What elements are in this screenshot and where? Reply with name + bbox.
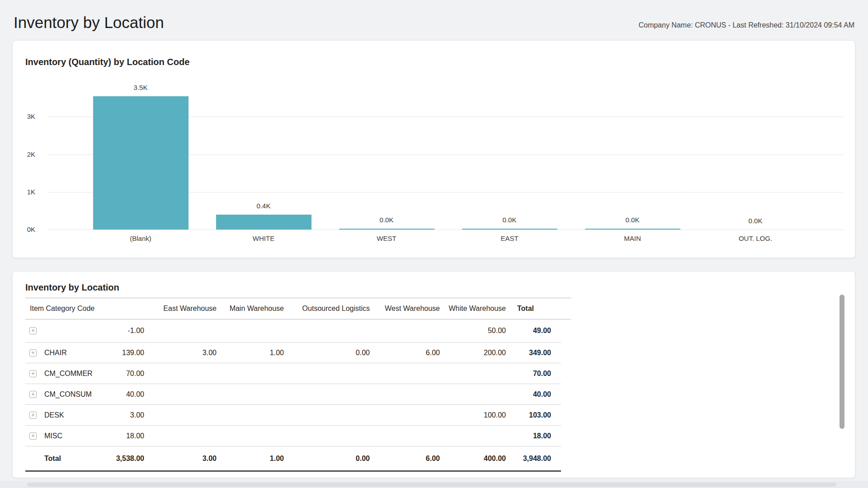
category-label: MISC [44,432,62,440]
bar-value-label: 0.0K [694,217,817,225]
total-value-cell: 3,538.00 [96,455,144,463]
total-value-cell: 0.00 [284,455,370,463]
value-cell [217,394,284,394]
total-row-label: Total [25,455,96,463]
expand-row-icon[interactable]: + [29,370,37,377]
table-row-cm_consum: +CM_CONSUM40.0040.00 [25,384,561,405]
table-row-misc: +MISC18.0018.00 [25,426,561,446]
value-cell [217,330,284,331]
value-cell [284,373,370,374]
column-header-west-warehouse[interactable]: West Warehouse [370,305,440,313]
value-cell [440,394,506,394]
value-cell: 139.00 [96,349,144,357]
table-card: Inventory by Location Item Category Code… [12,271,855,478]
category-cell: +CHAIR [25,349,96,357]
value-cell [370,373,440,374]
bar-value-label: 0.4K [202,202,325,210]
value-cell [284,436,370,436]
x-axis-label: MAIN [571,235,694,243]
table-row-cm_commer: +CM_COMMER70.0070.00 [25,363,561,384]
chart-title: Inventory (Quantity) by Location Code [25,57,189,67]
expand-row-icon[interactable]: + [29,391,37,398]
bar-value-label: 0.0K [571,216,694,224]
category-label: CHAIR [44,349,67,357]
column-header-white-warehouse[interactable]: White Warehouse [440,305,506,313]
bar-main[interactable] [585,229,680,230]
y-axis-tick-3K: 3K [13,112,35,121]
value-cell [217,415,284,415]
value-cell: 3.00 [144,349,217,357]
expand-row-icon[interactable]: + [29,412,37,419]
value-cell [284,415,370,415]
category-cell: + [25,327,96,334]
value-cell [370,394,440,394]
value-cell: 3.00 [96,411,144,419]
value-cell [217,436,284,436]
row-total-cell: 18.00 [506,432,551,440]
company-refresh-info: Company Name: CRONUS - Last Refreshed: 3… [638,21,854,29]
table-row-desk: +DESK3.00100.00103.00 [25,405,561,426]
table-body: +-1.0050.0049.00+CHAIR139.003.001.000.00… [25,319,561,472]
value-cell: 50.00 [440,327,506,335]
bar-west[interactable] [339,229,434,230]
total-value-cell: 1.00 [217,455,284,463]
bar-value-label: 3.5K [79,84,202,92]
value-cell: 40.00 [96,390,144,399]
value-cell: 1.00 [217,349,284,357]
value-cell: -1.00 [96,327,144,335]
category-cell: +CM_CONSUM [25,390,96,399]
row-total-cell: 40.00 [506,390,551,399]
expand-row-icon[interactable]: + [29,432,37,440]
chart-card: Inventory (Quantity) by Location Code 0K… [12,40,855,258]
column-header-main-warehouse[interactable]: Main Warehouse [217,305,284,313]
y-axis-tick-0K: 0K [13,225,35,234]
value-cell [144,330,217,331]
value-cell: 100.00 [440,411,506,419]
table-vertical-scrollbar[interactable] [840,295,844,429]
expand-row-icon[interactable]: + [29,327,37,334]
expand-row-icon[interactable]: + [29,349,37,357]
column-header-total[interactable]: Total [506,305,551,313]
total-value-cell: 400.00 [440,455,506,463]
column-header-outsourced-logistics[interactable]: Outsourced Logistics [284,305,370,313]
table-total-row: Total3,538.003.001.000.006.00400.003,948… [25,446,561,472]
value-cell: 70.00 [96,370,144,378]
value-cell [144,436,217,436]
total-value-cell: 6.00 [370,455,440,463]
bar--blank-[interactable] [93,96,189,230]
x-axis-label: WEST [325,235,448,243]
bar-white[interactable] [216,215,311,230]
value-cell: 18.00 [96,432,144,440]
table-title: Inventory by Location [25,282,119,293]
table-row-chair: +CHAIR139.003.001.000.006.00200.00349.00 [25,343,561,363]
x-axis-label: EAST [448,235,571,243]
value-cell: 200.00 [440,349,506,357]
value-cell [370,436,440,436]
y-axis-tick-2K: 2K [13,150,35,159]
value-cell [440,373,506,374]
value-cell [370,415,440,415]
category-cell: +DESK [25,411,96,419]
column-header-item-category-code[interactable]: Item Category Code [25,305,96,313]
grand-total-cell: 3,948.00 [506,455,551,463]
y-axis-tick-1K: 1K [13,188,35,197]
column-header-east-warehouse[interactable]: East Warehouse [144,305,217,313]
x-axis-label: OUT. LOG. [694,235,817,243]
bar-value-label: 0.0K [448,216,571,224]
bar-east[interactable] [462,229,557,230]
x-axis-label: (Blank) [79,235,202,243]
row-total-cell: 349.00 [506,349,551,357]
category-label: DESK [44,411,64,419]
x-axis-label: WHITE [202,235,325,243]
value-cell [370,330,440,331]
category-label: CM_CONSUM [44,390,92,399]
value-cell [217,373,284,374]
page-title: Inventory by Location [14,14,164,32]
column-header-blank-location [96,309,144,309]
value-cell: 0.00 [284,349,370,357]
page-horizontal-scrollbar[interactable] [27,483,836,487]
value-cell [440,436,506,436]
row-total-cell: 49.00 [506,327,551,335]
category-label: CM_COMMER [44,370,93,378]
value-cell [144,394,217,394]
